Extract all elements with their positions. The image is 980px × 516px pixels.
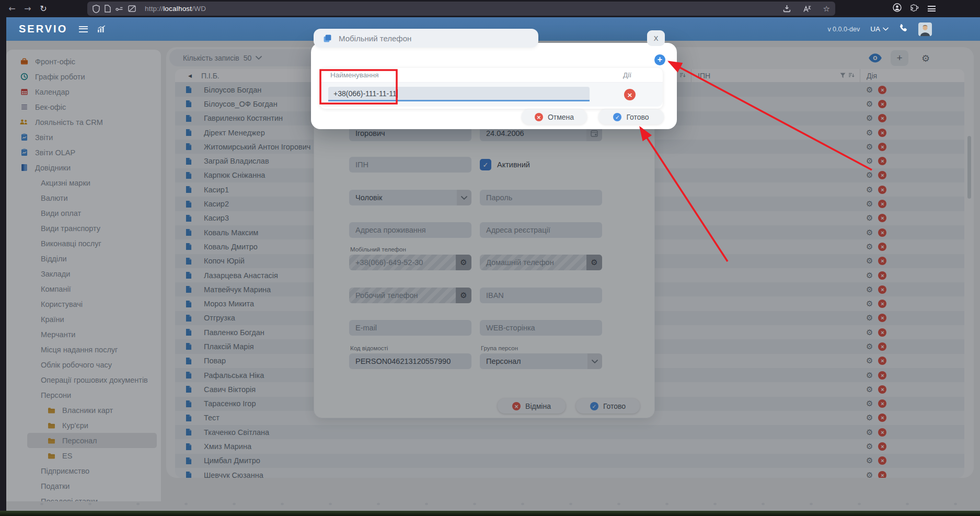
menu-icon[interactable] (928, 6, 936, 12)
stats-chart-icon[interactable] (97, 25, 106, 33)
add-row-button[interactable]: + (654, 54, 665, 65)
account-icon[interactable] (893, 3, 902, 14)
copy-squares-icon (323, 34, 332, 43)
modal-list-panel: Найменування Дії +38(066)-111-11-11 × (320, 68, 663, 109)
text-cursor (397, 89, 398, 98)
mobile-phone-modal: Мобільний телефон X + Найменування Дії +… (311, 29, 677, 131)
close-button[interactable]: X (647, 30, 665, 46)
back-icon[interactable]: ← (4, 4, 20, 14)
reload-icon[interactable]: ↻ (36, 4, 51, 14)
modal-done-button[interactable]: ✓ Готово (598, 109, 664, 124)
url-bar[interactable]: http://localhost/WD ☆ (87, 2, 835, 16)
chevron-down-icon (883, 27, 889, 31)
download-icon[interactable] (783, 5, 791, 13)
extensions-icon[interactable] (910, 4, 919, 14)
forward-icon[interactable]: → (20, 4, 36, 14)
shield-off-icon[interactable] (128, 5, 136, 12)
url-text: http://localhost/WD (145, 5, 206, 13)
modal-column-name: Найменування (320, 71, 379, 79)
translate-icon[interactable] (803, 5, 811, 13)
browser-chrome: ← → ↻ http://localhost/WD ☆ (0, 0, 980, 17)
phone-icon[interactable] (899, 24, 908, 35)
phone-name-input[interactable]: +38(066)-111-11-11 (328, 87, 590, 101)
taskbar (0, 511, 980, 516)
cancel-x-icon: × (535, 113, 543, 121)
modal-title: Мобільний телефон (339, 34, 411, 43)
delete-row-button[interactable]: × (624, 89, 636, 100)
modal-list-row: +38(066)-111-11-11 × (320, 83, 663, 107)
done-check-icon: ✓ (613, 113, 621, 121)
reader-icon[interactable] (116, 6, 123, 12)
modal-column-actions: Дії (623, 71, 631, 79)
app-logo: SERVIO (19, 23, 67, 35)
user-avatar[interactable] (918, 22, 932, 36)
modal-title-bar: Мобільний телефон (314, 29, 538, 48)
app-menu-icon[interactable] (79, 26, 88, 32)
modal-cancel-button[interactable]: × Отмена (522, 109, 587, 124)
bookmark-star-icon[interactable]: ☆ (823, 4, 830, 14)
app-version: v 0.0.0-dev (827, 26, 860, 33)
shield-icon[interactable] (93, 5, 100, 13)
page-icon[interactable] (105, 5, 111, 13)
language-selector[interactable]: UA (870, 25, 889, 33)
